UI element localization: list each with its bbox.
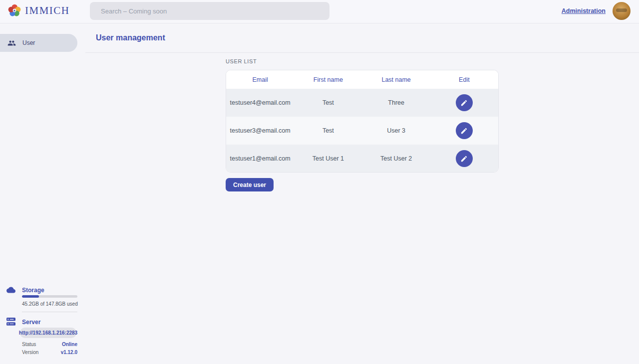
col-header-email: Email: [226, 76, 294, 83]
status-value: Online: [22, 342, 77, 347]
immich-logo[interactable]: IMMICH: [8, 4, 70, 17]
cell-first-name: Test: [294, 99, 362, 106]
top-navbar: IMMICH Administration: [0, 0, 639, 23]
cell-email: testuser1@email.com: [226, 155, 294, 162]
version-value: v1.12.0: [22, 350, 77, 355]
user-table: Email First name Last name Edit testuser…: [226, 70, 499, 173]
administration-link[interactable]: Administration: [562, 7, 606, 14]
users-icon: [7, 39, 16, 47]
table-row: testuser4@email.com Test Three: [226, 89, 498, 117]
storage-usage-text: 45.2GB of 147.8GB used: [22, 301, 78, 307]
col-header-first-name: First name: [294, 76, 362, 83]
cell-first-name: Test User 1: [294, 155, 362, 162]
storage-progress: [22, 295, 77, 298]
create-user-button[interactable]: Create user: [226, 178, 274, 191]
col-header-edit: Edit: [430, 76, 498, 83]
sidebar-divider: [22, 312, 77, 312]
app-root: IMMICH Administration User User manageme…: [0, 0, 639, 364]
immich-logo-icon: [8, 4, 21, 17]
server-title: Server: [22, 319, 40, 326]
cell-email: testuser3@email.com: [226, 127, 294, 134]
user-list-heading: USER LIST: [226, 58, 257, 64]
cell-last-name: Three: [362, 99, 430, 106]
pencil-icon: [460, 127, 468, 135]
table-row: testuser1@email.com Test User 1 Test Use…: [226, 145, 498, 173]
col-header-last-name: Last name: [362, 76, 430, 83]
page-title: User management: [96, 33, 165, 42]
sidebar-item-user[interactable]: User: [0, 34, 77, 52]
storage-title: Storage: [22, 287, 44, 294]
cell-last-name: User 3: [362, 127, 430, 134]
cell-last-name: Test User 2: [362, 155, 430, 162]
immich-logo-text: IMMICH: [25, 4, 70, 17]
server-url-chip: http://192.168.1.216:2283: [20, 328, 76, 338]
page-title-bar: User management: [85, 23, 639, 53]
cloud-icon: [6, 286, 15, 295]
edit-user-button[interactable]: [456, 122, 473, 139]
user-table-header: Email First name Last name Edit: [226, 70, 498, 89]
sidebar-item-user-label: User: [22, 39, 35, 46]
pencil-icon: [460, 99, 468, 107]
cell-first-name: Test: [294, 127, 362, 134]
cell-email: testuser4@email.com: [226, 99, 294, 106]
table-row: testuser3@email.com Test User 3: [226, 117, 498, 145]
edit-user-button[interactable]: [456, 150, 473, 167]
search-bar: [90, 2, 329, 20]
pencil-icon: [460, 155, 468, 163]
search-input[interactable]: [90, 2, 329, 20]
edit-user-button[interactable]: [456, 94, 473, 111]
user-avatar[interactable]: [613, 2, 631, 20]
storage-progress-fill: [22, 295, 39, 298]
server-icon: [6, 318, 15, 328]
